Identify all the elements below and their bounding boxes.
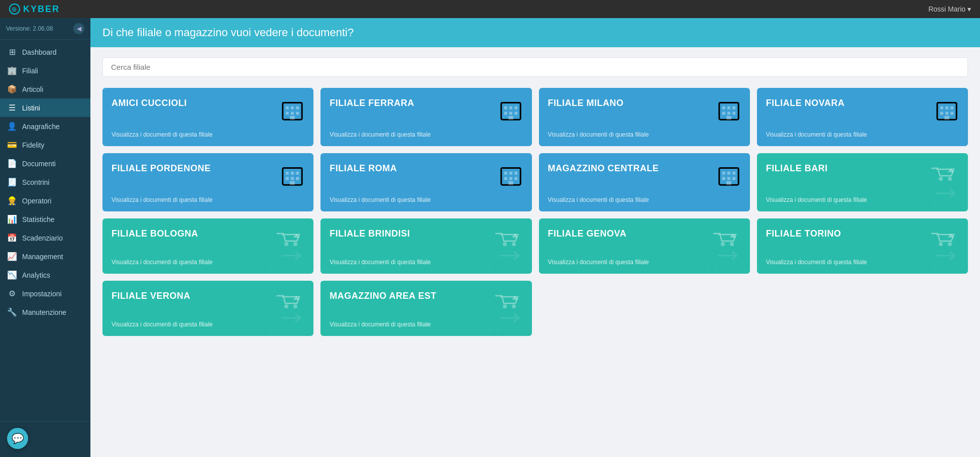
svg-rect-14: [514, 112, 517, 115]
sidebar-footer: 💬: [0, 421, 90, 457]
svg-rect-30: [950, 112, 953, 115]
building-icon: [280, 163, 304, 189]
svg-rect-6: [296, 112, 299, 115]
svg-rect-5: [291, 112, 294, 115]
svg-rect-25: [940, 106, 943, 109]
scontrini-icon: 🧾: [7, 177, 17, 187]
svg-rect-12: [504, 112, 507, 115]
sidebar-item-manutenzione[interactable]: 🔧 Manutenzione: [0, 303, 90, 321]
sidebar-label-scadenziario: Scadenziario: [22, 234, 63, 242]
chat-button[interactable]: 💬: [7, 428, 28, 449]
card-filiale-verona[interactable]: FILIALE VERONA Visualizza i documenti di…: [102, 281, 313, 336]
filiali-icon: 🏢: [7, 66, 17, 75]
svg-rect-54: [732, 177, 735, 180]
building-icon: [499, 98, 523, 124]
card-title: FILIALE GENOVA: [548, 228, 711, 240]
arrow-deco: [935, 184, 960, 202]
card-filiale-ferrara[interactable]: FILIALE FERRARA Visualizza i documenti d…: [320, 88, 531, 146]
sidebar-nav: ⊞ Dashboard 🏢 Filiali 📦 Articoli ☰ Listi…: [0, 40, 90, 421]
card-amici-cuccioli[interactable]: AMICI CUCCIOLI Visualizza i documenti di…: [102, 88, 313, 146]
sidebar-label-management: Management: [22, 253, 63, 261]
sidebar-item-scontrini[interactable]: 🧾 Scontrini: [0, 173, 90, 191]
documenti-icon: 📄: [7, 159, 17, 168]
svg-rect-45: [509, 177, 512, 180]
sidebar-header: Versione: 2.06.08 ◀: [0, 18, 90, 40]
svg-rect-1: [286, 106, 289, 109]
sidebar-item-dashboard[interactable]: ⊞ Dashboard: [0, 43, 90, 61]
arrow-deco: [499, 308, 524, 327]
svg-rect-26: [945, 106, 948, 109]
dots-deco: ● ●: [488, 264, 502, 270]
sidebar-item-statistiche[interactable]: 📊 Statistiche: [0, 210, 90, 228]
user-menu[interactable]: Rossi Mario ▾: [928, 5, 971, 13]
sidebar: Versione: 2.06.08 ◀ ⊞ Dashboard 🏢 Filial…: [0, 18, 90, 457]
card-top: FILIALE BRINDISI: [330, 228, 522, 251]
search-input[interactable]: [102, 57, 968, 77]
card-title: FILIALE TORINO: [766, 228, 929, 240]
card-title: MAGAZZINO AREA EST: [330, 291, 492, 302]
sidebar-item-management[interactable]: 📈 Management: [0, 247, 90, 266]
card-filiale-pordenone[interactable]: FILIALE PORDENONE Visualizza i documenti…: [102, 153, 313, 211]
svg-rect-38: [296, 177, 299, 180]
card-title: MAGAZZINO CENTRALE: [548, 163, 717, 174]
impostazioni-icon: ⚙: [7, 289, 17, 298]
svg-point-57: [948, 177, 952, 181]
scadenziario-icon: 📅: [7, 233, 17, 243]
app-layout: Versione: 2.06.08 ◀ ⊞ Dashboard 🏢 Filial…: [0, 18, 980, 457]
sidebar-item-filiali[interactable]: 🏢 Filiali: [0, 61, 90, 80]
card-filiale-novara[interactable]: FILIALE NOVARA Visualizza i documenti di…: [757, 88, 968, 146]
sidebar-item-scadenziario[interactable]: 📅 Scadenziario: [0, 228, 90, 247]
card-magazzino-area-est[interactable]: MAGAZZINO AREA EST Visualizza i document…: [320, 281, 531, 336]
svg-rect-37: [291, 177, 294, 180]
sidebar-item-fidelity[interactable]: 💳 Fidelity: [0, 136, 90, 154]
logo-text: KYBER: [23, 4, 60, 15]
svg-rect-28: [940, 112, 943, 115]
topbar: ◎ KYBER Rossi Mario ▾: [0, 0, 980, 18]
sidebar-item-listini[interactable]: ☰ Listini: [0, 98, 90, 117]
svg-rect-52: [722, 177, 725, 180]
card-top: FILIALE FERRARA: [330, 98, 522, 124]
card-title: AMICI CUCCIOLI: [112, 98, 280, 109]
sidebar-collapse-button[interactable]: ◀: [73, 23, 84, 34]
sidebar-item-articoli[interactable]: 📦 Articoli: [0, 80, 90, 98]
anagrafiche-icon: 👤: [7, 122, 17, 131]
card-filiale-bari[interactable]: FILIALE BARI Visualizza i documenti di q…: [757, 153, 968, 211]
card-filiale-milano[interactable]: FILIALE MILANO Visualizza i documenti di…: [539, 88, 750, 146]
dots-deco: ● ●: [488, 326, 502, 332]
card-top: FILIALE NOVARA: [766, 98, 959, 124]
svg-rect-42: [509, 172, 512, 175]
card-subtitle: Visualizza i documenti di questa filiale: [766, 131, 959, 138]
card-subtitle: Visualizza i documenti di questa filiale: [112, 196, 304, 203]
card-filiale-bologna[interactable]: FILIALE BOLOGNA Visualizza i documenti d…: [102, 218, 313, 274]
arrow-deco: [717, 246, 742, 265]
search-wrapper: [102, 57, 968, 77]
svg-rect-47: [508, 181, 513, 185]
svg-point-67: [293, 304, 297, 308]
sidebar-item-operatori[interactable]: 👷 Operatori: [0, 191, 90, 210]
svg-rect-49: [722, 172, 725, 175]
card-subtitle: Visualizza i documenti di questa filiale: [330, 131, 522, 138]
sidebar-label-filiali: Filiali: [22, 67, 38, 75]
card-filiale-roma[interactable]: FILIALE ROMA Visualizza i documenti di q…: [320, 153, 531, 211]
sidebar-item-impostazioni[interactable]: ⚙ Impostazioni: [0, 284, 90, 303]
card-filiale-genova[interactable]: FILIALE GENOVA Visualizza i documenti di…: [539, 218, 750, 274]
card-top: FILIALE PORDENONE: [112, 163, 304, 189]
card-filiale-torino[interactable]: FILIALE TORINO Visualizza i documenti di…: [757, 218, 968, 274]
svg-point-58: [284, 242, 288, 246]
sidebar-item-analytics[interactable]: 📉 Analytics: [0, 266, 90, 284]
building-icon: [935, 98, 959, 124]
svg-rect-43: [514, 172, 517, 175]
svg-point-60: [503, 242, 507, 246]
svg-rect-15: [508, 116, 513, 120]
card-top: AMICI CUCCIOLI: [112, 98, 304, 124]
card-magazzino-centrale[interactable]: MAGAZZINO CENTRALE Visualizza i document…: [539, 153, 750, 211]
svg-point-65: [948, 242, 952, 246]
card-filiale-brindisi[interactable]: FILIALE BRINDISI Visualizza i documenti …: [320, 218, 531, 274]
sidebar-item-documenti[interactable]: 📄 Documenti: [0, 154, 90, 173]
svg-rect-19: [732, 106, 735, 109]
svg-point-68: [503, 304, 507, 308]
card-top: MAGAZZINO AREA EST: [330, 291, 522, 313]
svg-rect-36: [286, 177, 289, 180]
sidebar-item-anagrafiche[interactable]: 👤 Anagrafiche: [0, 117, 90, 136]
card-top: FILIALE TORINO: [766, 228, 959, 251]
